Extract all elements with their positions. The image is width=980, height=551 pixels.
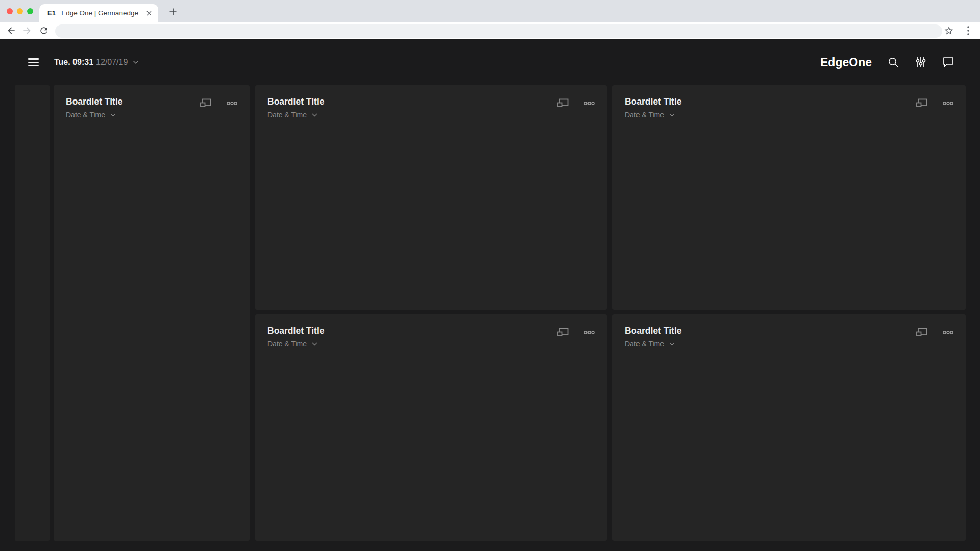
- hamburger-menu-icon[interactable]: [28, 58, 39, 66]
- browser-tab[interactable]: E1 Edge One | Germanedge: [39, 4, 158, 22]
- address-bar[interactable]: [55, 24, 942, 38]
- chevron-down-icon: [312, 342, 317, 346]
- chat-button[interactable]: [942, 56, 954, 68]
- reload-icon[interactable]: [39, 26, 49, 36]
- boardlet-date-selector[interactable]: Date & Time: [625, 111, 682, 119]
- window-zoom-button[interactable]: [27, 8, 33, 14]
- popout-boardlet-icon[interactable]: [557, 328, 569, 337]
- datetime-selector[interactable]: Tue. 09:31 12/07/19: [54, 58, 139, 67]
- collapsed-nav-rail: [15, 85, 50, 541]
- boardlet-title: Boardlet Title: [267, 325, 325, 336]
- more-options-icon[interactable]: [943, 331, 953, 334]
- site-favicon: E1: [47, 9, 56, 17]
- boardlet-title: Boardlet Title: [66, 96, 123, 107]
- chevron-down-icon: [669, 113, 675, 117]
- boardlet-card: Boardlet Title Date & Time: [54, 85, 250, 541]
- browser-tab-strip: E1 Edge One | Germanedge: [0, 0, 980, 22]
- popout-boardlet-icon[interactable]: [200, 98, 211, 108]
- window-close-button[interactable]: [7, 8, 13, 14]
- more-options-icon[interactable]: [584, 331, 595, 334]
- more-options-icon[interactable]: [227, 102, 237, 105]
- popout-boardlet-icon[interactable]: [916, 328, 927, 337]
- chat-icon: [942, 57, 954, 68]
- boardlet-card: Boardlet Title Date & Time: [255, 314, 607, 541]
- popout-boardlet-icon[interactable]: [557, 98, 569, 108]
- forward-icon[interactable]: [22, 26, 32, 36]
- boardlet-card: Boardlet Title Date & Time: [612, 314, 966, 541]
- window-minimize-button[interactable]: [17, 8, 23, 14]
- more-options-icon[interactable]: [943, 102, 953, 105]
- filters-button[interactable]: [915, 56, 927, 68]
- close-tab-icon[interactable]: [144, 8, 154, 18]
- boardlet-card: Boardlet Title Date & Time: [612, 85, 966, 310]
- chevron-down-icon: [669, 342, 675, 346]
- new-tab-button[interactable]: [166, 5, 180, 18]
- chevron-down-icon: [312, 113, 317, 117]
- chevron-down-icon: [133, 60, 139, 64]
- plus-icon: [169, 8, 177, 15]
- bookmark-star-icon[interactable]: [944, 26, 954, 36]
- window-controls: [7, 8, 33, 14]
- back-icon[interactable]: [6, 26, 16, 36]
- search-button[interactable]: [887, 56, 899, 68]
- more-options-icon[interactable]: [584, 102, 595, 105]
- search-icon: [887, 56, 899, 68]
- chevron-down-icon: [110, 113, 116, 117]
- boardlet-title: Boardlet Title: [267, 96, 325, 107]
- tab-title: Edge One | Germanedge: [61, 9, 144, 17]
- app-logo: EdgeOne: [820, 56, 872, 69]
- app-header: Tue. 09:31 12/07/19 EdgeOne: [0, 39, 980, 85]
- boardlet-card: Boardlet Title Date & Time: [255, 85, 607, 310]
- popout-boardlet-icon[interactable]: [916, 98, 927, 108]
- header-date: 12/07/19: [96, 58, 128, 67]
- filter-sliders-icon: [915, 56, 927, 68]
- browser-menu-icon[interactable]: [964, 26, 972, 36]
- browser-toolbar: [0, 22, 980, 39]
- boardlet-date-selector[interactable]: Date & Time: [625, 340, 682, 348]
- boardlet-title: Boardlet Title: [625, 96, 682, 107]
- boardlet-title: Boardlet Title: [625, 325, 682, 336]
- boardlet-date-selector[interactable]: Date & Time: [267, 111, 325, 119]
- boardlet-date-selector[interactable]: Date & Time: [267, 340, 325, 348]
- header-time: Tue. 09:31: [54, 58, 93, 67]
- boardlet-date-selector[interactable]: Date & Time: [66, 111, 123, 119]
- edgeone-app: Tue. 09:31 12/07/19 EdgeOne: [0, 39, 980, 551]
